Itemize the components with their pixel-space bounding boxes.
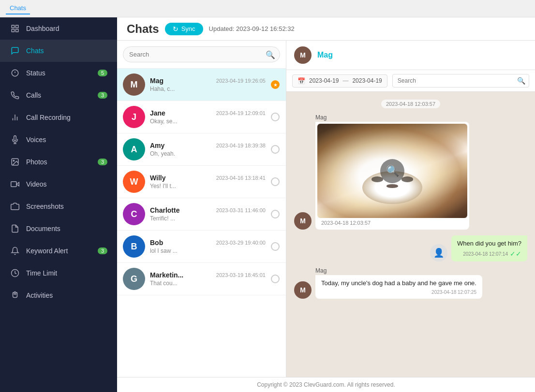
sender-avatar: 👤 (430, 244, 447, 261)
chat-name: Marketin... (150, 271, 183, 279)
sidebar-item-calls[interactable]: Calls 3 (0, 84, 117, 106)
svg-rect-3 (16, 29, 18, 32)
sidebar-item-keyword-alert[interactable]: Keyword Alert 3 (0, 240, 117, 262)
chat-time: 2023-03-29 19:40:00 (216, 240, 266, 246)
sidebar-item-dashboard[interactable]: Dashboard (0, 17, 117, 40)
chat-item-mag[interactable]: M Mag 2023-04-19 19:26:05 Haha, c... ★ (117, 69, 286, 101)
page-title: Chats (127, 22, 159, 36)
sidebar-item-time-limit[interactable]: Time Limit (0, 262, 117, 284)
image-caption: 2023-04-18 12:03:57 (317, 218, 467, 228)
svg-rect-1 (16, 25, 18, 28)
sidebar-item-screenshots[interactable]: Screenshots (0, 195, 117, 218)
chat-time: 2023-04-19 18:39:38 (216, 143, 266, 148)
conversation-header: M Mag (286, 41, 535, 70)
chat-preview: Oh, yeah. (150, 150, 266, 157)
top-bar: Chats (0, 0, 535, 17)
sidebar-item-label: Dashboard (26, 25, 107, 32)
updated-text: Updated: 2023-09-12 16:52:32 (209, 25, 295, 32)
chat-info: Bob 2023-03-29 19:40:00 lol I saw ... (150, 239, 266, 254)
chat-list: M Mag 2023-04-19 19:26:05 Haha, c... ★ (117, 69, 286, 377)
chat-item-amy[interactable]: A Amy 2023-04-19 18:39:38 Oh, yeah. (117, 133, 286, 166)
video-icon (10, 179, 20, 189)
sidebar-item-status[interactable]: Status 5 (0, 62, 117, 84)
sidebar-item-voices[interactable]: Voices (0, 129, 117, 151)
sidebar-item-activities[interactable]: Activities (0, 284, 117, 306)
chat-item-bob[interactable]: B Bob 2023-03-29 19:40:00 lol I saw ... (117, 231, 286, 263)
chat-icon (10, 45, 20, 56)
message-row: M (294, 122, 469, 230)
contact-avatar: M (294, 46, 312, 64)
bell-icon (10, 246, 20, 256)
chat-indicator (270, 145, 280, 154)
chat-info: Willy 2023-04-16 13:18:41 Yes! I'll t... (150, 174, 266, 189)
msg-avatar: M (294, 212, 312, 230)
sidebar-item-call-recording[interactable]: Call Recording (0, 106, 117, 129)
chat-preview: That cou... (150, 280, 266, 287)
message-wrapper-sent: When did you get him? 2023-04-18 12:07:1… (294, 235, 527, 261)
keyword-badge: 3 (98, 247, 107, 254)
chat-time: 2023-03-31 11:46:00 (216, 207, 266, 213)
sidebar-item-label: Voices (26, 136, 107, 144)
date-filter[interactable]: 📅 2023-04-19 — 2023-04-19 (292, 74, 387, 87)
circle-icon (271, 177, 280, 186)
image-search-overlay[interactable]: 🔍 (380, 159, 404, 183)
sidebar-item-chats[interactable]: Chats (0, 40, 117, 62)
svg-rect-15 (11, 182, 16, 187)
message-time-2: 2023-04-18 12:07:25 (321, 290, 476, 295)
clock-icon (10, 268, 20, 278)
svg-point-13 (13, 160, 14, 161)
tab-chats[interactable]: Chats (6, 2, 30, 15)
chat-item-charlotte[interactable]: C Charlotte 2023-03-31 11:46:00 Terrific… (117, 198, 286, 231)
search-icon: 🔍 (266, 50, 275, 59)
message-text-2: Today, my uncle's dog had a baby and he … (321, 279, 476, 288)
chat-name: Amy (150, 142, 164, 149)
status-badge: 5 (98, 70, 107, 76)
chat-item-jane[interactable]: J Jane 2023-04-19 12:09:01 Okay, se... (117, 101, 286, 133)
message-row-received: M Today, my uncle's dog had a baby and h… (294, 275, 482, 299)
sidebar-item-label: Calls (26, 91, 92, 99)
avatar: M (123, 73, 145, 96)
sidebar: Dashboard Chats Status 5 Calls 3 (0, 17, 117, 392)
chat-indicator (270, 242, 280, 251)
chat-item-willy[interactable]: W Willy 2023-04-16 13:18:41 Yes! I'll t.… (117, 166, 286, 198)
chat-item-marketing[interactable]: G Marketin... 2023-03-19 18:45:01 That c… (117, 263, 286, 295)
sidebar-item-videos[interactable]: Videos (0, 173, 117, 195)
conversation-search-icon: 🔍 (517, 77, 525, 85)
sidebar-item-label: Videos (26, 180, 107, 188)
avatar: B (123, 235, 145, 258)
screenshot-icon (10, 201, 20, 212)
sidebar-item-label: Time Limit (26, 269, 107, 277)
bar-chart-icon (10, 112, 20, 123)
chat-info: Mag 2023-04-19 19:26:05 Haha, c... (150, 77, 266, 92)
svg-rect-2 (12, 29, 14, 32)
svg-rect-0 (12, 25, 14, 28)
sent-message-bubble: When did you get him? 2023-04-18 12:07:1… (451, 235, 527, 261)
chat-search-input[interactable] (123, 46, 280, 62)
hand-icon (10, 290, 20, 301)
chat-info: Amy 2023-04-19 18:39:38 Oh, yeah. (150, 142, 266, 157)
chat-name: Charlotte (150, 206, 179, 214)
file-icon (10, 223, 20, 234)
conversation-search-input[interactable] (392, 74, 529, 87)
chat-indicator: ★ (270, 80, 280, 89)
chat-preview: Okay, se... (150, 118, 266, 125)
avatar: C (123, 203, 145, 225)
circle-icon (271, 242, 280, 251)
sidebar-item-label: Documents (26, 225, 107, 232)
chat-time: 2023-04-16 13:18:41 (216, 175, 266, 181)
sync-button[interactable]: ↻ Sync (165, 23, 203, 35)
image-message-bubble: 🔍 2023-04-18 12:03:57 (315, 122, 469, 230)
calls-badge: 3 (98, 92, 107, 99)
svg-marker-14 (16, 182, 19, 186)
chat-info: Jane 2023-04-19 12:09:01 Okay, se... (150, 109, 266, 125)
circle-icon (271, 145, 280, 154)
sidebar-item-documents[interactable]: Documents (0, 218, 117, 240)
message-wrapper-received-2: Mag M Today, my uncle's dog had a baby a… (294, 267, 527, 299)
chat-time: 2023-03-19 18:45:01 (216, 272, 266, 278)
chat-indicator (270, 274, 280, 284)
sidebar-item-photos[interactable]: Photos 3 (0, 151, 117, 173)
conversation-filter: 📅 2023-04-19 — 2023-04-19 🔍 (286, 70, 535, 92)
chat-info: Marketin... 2023-03-19 18:45:01 That cou… (150, 271, 266, 287)
chat-preview: Haha, c... (150, 86, 266, 92)
whatsapp-check-icon: ✓✓ (510, 250, 521, 258)
